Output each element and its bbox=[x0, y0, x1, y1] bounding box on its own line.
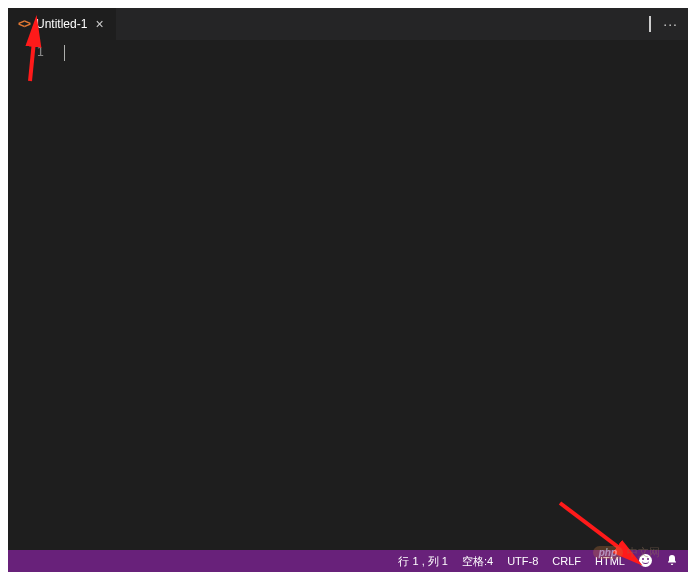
watermark-badge: php bbox=[593, 546, 623, 559]
tab-bar: <> Untitled-1 × ··· bbox=[8, 8, 688, 40]
eol[interactable]: CRLF bbox=[552, 555, 581, 567]
split-editor-icon bbox=[649, 16, 651, 32]
notifications-button[interactable] bbox=[666, 554, 678, 569]
vscode-window: <> Untitled-1 × ··· 1 行 1 , 列 1 空格:4 UTF… bbox=[8, 8, 688, 572]
tab-untitled-1[interactable]: <> Untitled-1 × bbox=[8, 8, 117, 40]
watermark: php 中文网 bbox=[593, 545, 660, 560]
line-number-gutter: 1 bbox=[8, 40, 58, 550]
split-editor-button[interactable] bbox=[649, 17, 651, 31]
more-actions-button[interactable]: ··· bbox=[663, 16, 678, 32]
line-number: 1 bbox=[8, 44, 44, 59]
bell-icon bbox=[666, 554, 678, 566]
html-file-icon: <> bbox=[18, 17, 30, 31]
editor-area[interactable]: 1 bbox=[8, 40, 688, 550]
cursor-position[interactable]: 行 1 , 列 1 bbox=[398, 554, 448, 569]
tab-label: Untitled-1 bbox=[36, 17, 87, 31]
watermark-text: 中文网 bbox=[627, 545, 660, 560]
encoding[interactable]: UTF-8 bbox=[507, 555, 538, 567]
status-bar: 行 1 , 列 1 空格:4 UTF-8 CRLF HTML bbox=[8, 550, 688, 572]
close-icon[interactable]: × bbox=[93, 17, 105, 31]
code-area[interactable] bbox=[58, 40, 688, 550]
text-cursor bbox=[64, 45, 65, 61]
indentation[interactable]: 空格:4 bbox=[462, 554, 493, 569]
editor-actions: ··· bbox=[639, 8, 688, 40]
